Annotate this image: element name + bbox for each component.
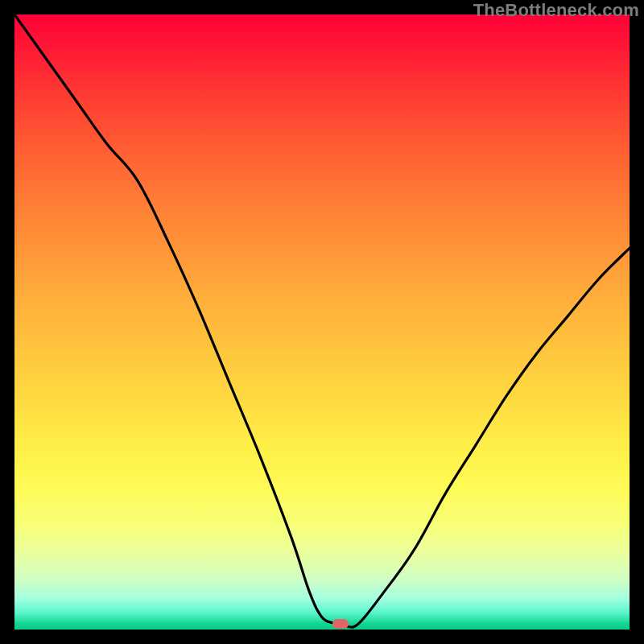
attribution-text: TheBottleneck.com bbox=[473, 0, 639, 21]
plot-area bbox=[14, 14, 630, 630]
optimal-point-marker bbox=[332, 619, 349, 629]
curve-path bbox=[14, 14, 630, 627]
bottleneck-curve bbox=[14, 14, 630, 630]
chart-frame: TheBottleneck.com bbox=[0, 0, 644, 644]
